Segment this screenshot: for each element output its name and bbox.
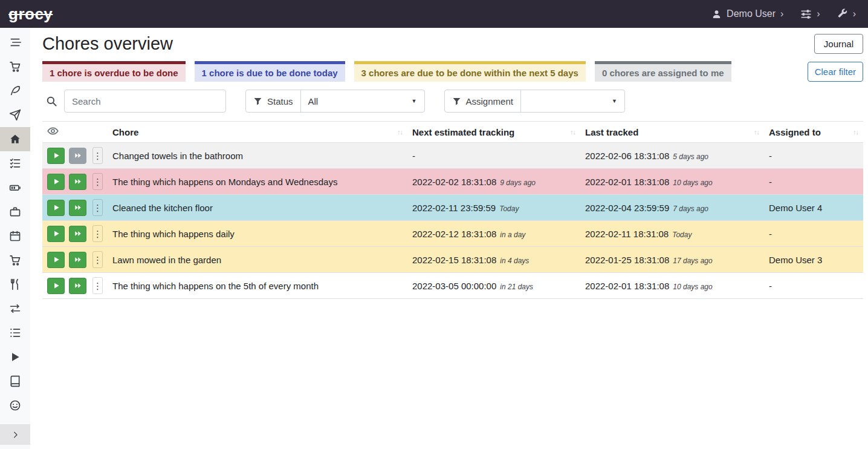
assignment-filter-group: Assignment ▼	[444, 90, 625, 113]
sidebar-item-stock-overview[interactable]	[0, 30, 30, 54]
row-menu-button[interactable]: ⋮	[92, 225, 103, 242]
play-icon	[52, 255, 60, 264]
row-menu-button[interactable]: ⋮	[92, 277, 103, 294]
chores-table: Chore↑↓ Next estimated tracking↑↓ Last t…	[42, 121, 863, 299]
fast-forward-icon	[74, 177, 82, 186]
chore-name: Changed towels in the bathroom	[108, 143, 407, 169]
filter-icon	[253, 97, 262, 106]
banner-due-today[interactable]: 1 chore is due to be done today	[195, 61, 345, 82]
banner-overdue[interactable]: 1 chore is overdue to be done	[42, 61, 186, 82]
journal-button[interactable]: Journal	[814, 34, 863, 54]
user-name: Demo User	[727, 8, 776, 19]
sort-icon: ↑↓	[754, 128, 759, 136]
skip-chore-button[interactable]	[69, 148, 86, 164]
skip-chore-button[interactable]	[69, 252, 86, 268]
column-header-last-tracked[interactable]: Last tracked↑↓	[580, 122, 764, 143]
user-icon	[711, 9, 722, 19]
shopping-cart-icon	[9, 254, 21, 266]
search-input[interactable]	[64, 90, 226, 113]
brand-logo[interactable]: grocy	[8, 5, 53, 24]
row-menu-button[interactable]: ⋮	[92, 251, 103, 268]
play-icon	[52, 151, 60, 160]
status-filter-group: Status All ▼	[245, 90, 425, 113]
skip-chore-button[interactable]	[69, 278, 86, 294]
eye-icon[interactable]	[47, 125, 59, 137]
track-chore-button[interactable]	[47, 174, 65, 190]
track-chore-button[interactable]	[47, 148, 65, 164]
page-title: Chores overview	[42, 34, 173, 54]
sidebar-item-consume[interactable]	[0, 272, 30, 297]
sidebar-item-shopping-list[interactable]	[0, 54, 30, 79]
next-tracking-cell: 2022-02-02 18:31:089 days ago	[407, 169, 580, 195]
track-chore-button[interactable]	[47, 252, 65, 268]
status-select-value: All	[308, 96, 319, 107]
sidebar-item-calendar[interactable]	[0, 224, 30, 248]
caret-down-icon: ▼	[612, 98, 617, 104]
assigned-to-cell: Demo User 3	[764, 247, 863, 273]
fast-forward-icon	[74, 281, 82, 290]
last-tracked-cell: 2022-02-11 18:31:08Today	[580, 221, 764, 247]
caret-down-icon: ▼	[412, 98, 417, 104]
sidebar-item-chore-tracking[interactable]	[0, 345, 30, 369]
top-navbar: grocy Demo User › › ›	[0, 0, 868, 28]
skip-chore-button[interactable]	[69, 226, 86, 242]
status-banners: 1 chore is overdue to be done 1 chore is…	[42, 61, 863, 82]
exchange-icon	[9, 303, 21, 315]
book-icon	[9, 375, 21, 387]
search-group	[42, 90, 226, 113]
banner-overdue-text: 1 chore is overdue to be done	[50, 68, 178, 78]
table-row: ⋮ Lawn mowed in the garden 2022-02-15 18…	[42, 247, 863, 273]
sidebar-item-recipes[interactable]	[0, 79, 30, 103]
sort-icon: ↑↓	[853, 128, 858, 136]
settings-menu[interactable]: ›	[800, 8, 820, 20]
row-menu-button[interactable]: ⋮	[92, 173, 103, 190]
skip-chore-button[interactable]	[69, 200, 86, 216]
search-icon	[46, 96, 57, 107]
sidebar-item-transfer[interactable]	[0, 297, 30, 321]
sidebar-item-equipment[interactable]	[0, 200, 30, 224]
table-header-row: Chore↑↓ Next estimated tracking↑↓ Last t…	[42, 122, 863, 143]
sidebar-item-inventory[interactable]	[0, 321, 30, 345]
clear-filter-button[interactable]: Clear filter	[808, 62, 863, 82]
sort-icon: ↑↓	[570, 128, 575, 136]
sidebar-item-purchase[interactable]	[0, 248, 30, 272]
sidebar-expand-button[interactable]	[0, 424, 30, 445]
assignment-select[interactable]: ▼	[520, 90, 624, 112]
next-tracking-cell: 2022-02-11 23:59:59Today	[407, 195, 580, 221]
sidebar-item-meal-plan[interactable]	[0, 103, 30, 127]
chore-name: The thing which happens daily	[108, 221, 407, 247]
track-chore-button[interactable]	[47, 200, 65, 216]
column-header-chore[interactable]: Chore↑↓	[108, 122, 407, 143]
status-select[interactable]: All ▼	[300, 90, 424, 112]
table-row: ⋮ The thing which happens daily 2022-02-…	[42, 221, 863, 247]
tasks-icon	[9, 157, 21, 169]
sort-icon: ↑↓	[397, 128, 403, 136]
track-chore-button[interactable]	[47, 278, 65, 294]
chevron-right-icon	[11, 430, 20, 439]
sidebar-item-journal[interactable]	[0, 369, 30, 393]
assigned-to-cell: -	[764, 143, 863, 169]
row-menu-button[interactable]: ⋮	[92, 147, 103, 164]
home-icon	[9, 133, 21, 145]
banner-assigned-to-me[interactable]: 0 chores are assigned to me	[595, 61, 731, 82]
table-row: ⋮ Changed towels in the bathroom - 2022-…	[42, 143, 863, 169]
row-menu-button[interactable]: ⋮	[92, 199, 103, 216]
briefcase-icon	[9, 206, 21, 218]
sidebar-item-mood[interactable]	[0, 393, 30, 418]
track-chore-button[interactable]	[47, 226, 65, 242]
user-menu[interactable]: Demo User ›	[711, 8, 783, 19]
column-header-next-estimated-tracking[interactable]: Next estimated tracking↑↓	[407, 122, 580, 143]
column-header-assigned-to[interactable]: Assigned to↑↓	[764, 122, 863, 143]
chevron-right-icon: ›	[817, 8, 820, 19]
banner-due-soon[interactable]: 3 chores are due to be done within the n…	[354, 61, 586, 82]
skip-chore-button[interactable]	[69, 174, 86, 190]
chore-name: Cleaned the kitchen floor	[108, 195, 407, 221]
sidebar-item-tasks[interactable]	[0, 151, 30, 175]
last-tracked-cell: 2022-02-04 23:59:597 days ago	[580, 195, 764, 221]
sidebar-item-chores-overview[interactable]	[0, 127, 30, 151]
next-tracking-cell: 2022-03-05 00:00:00in 21 days	[407, 273, 580, 299]
admin-tools-menu[interactable]: ›	[837, 8, 856, 19]
sidebar-item-batteries[interactable]	[0, 175, 30, 200]
play-icon	[9, 351, 21, 363]
last-tracked-cell: 2022-02-01 18:31:0810 days ago	[580, 169, 764, 195]
